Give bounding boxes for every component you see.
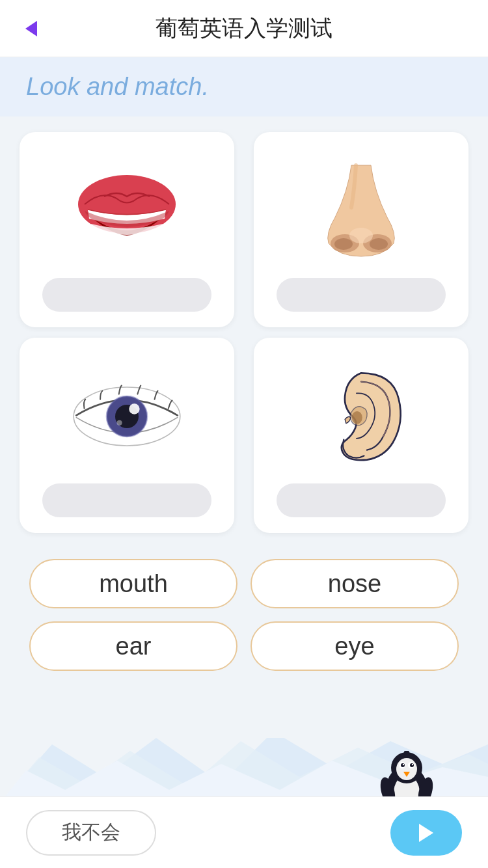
header: 葡萄英语入学测试 [0,0,488,57]
svg-point-22 [401,763,405,767]
ear-answer-slot[interactable] [277,483,446,517]
nose-answer-slot[interactable] [277,278,446,312]
ear-card[interactable] [254,338,468,533]
mouth-illustration [68,159,185,263]
bottom-scene: 我不会 [0,738,488,868]
next-arrow-icon [419,824,433,842]
word-ear-button[interactable]: ear [29,621,237,671]
svg-point-23 [410,763,414,767]
ear-illustration [303,364,420,468]
bottom-card-row [20,338,468,533]
svg-point-5 [349,228,373,243]
eye-card[interactable] [20,338,234,533]
svg-point-10 [129,403,139,414]
svg-point-24 [403,764,404,765]
word-options: mouth nose ear eye [0,546,488,684]
word-row-1: mouth nose [20,559,468,608]
mouth-image [33,150,221,271]
svg-point-11 [116,420,122,426]
next-button[interactable] [390,810,462,856]
nose-image [267,150,455,271]
word-nose-button[interactable]: nose [251,559,459,608]
back-chevron-icon [25,21,37,36]
svg-point-4 [370,238,388,250]
mouth-answer-slot[interactable] [42,278,211,312]
main-content [0,116,488,546]
eye-image [33,356,221,477]
word-mouth-button[interactable]: mouth [29,559,237,608]
eye-answer-slot[interactable] [42,483,211,517]
instruction-bar: Look and match. [0,57,488,116]
nose-illustration [303,159,420,263]
eye-illustration [68,364,185,468]
nose-card[interactable] [254,132,468,327]
word-row-2: ear eye [20,621,468,671]
back-button[interactable] [18,16,44,42]
top-card-row [20,132,468,327]
svg-point-12 [352,411,362,424]
page-title: 葡萄英语入学测试 [156,14,332,44]
svg-point-25 [412,764,413,765]
bottom-bar: 我不会 [0,796,488,868]
mouth-card[interactable] [20,132,234,327]
ear-image [267,356,455,477]
cant-button[interactable]: 我不会 [26,810,156,856]
instruction-text: Look and match. [26,73,209,100]
word-eye-button[interactable]: eye [251,621,459,671]
svg-point-3 [334,238,353,250]
